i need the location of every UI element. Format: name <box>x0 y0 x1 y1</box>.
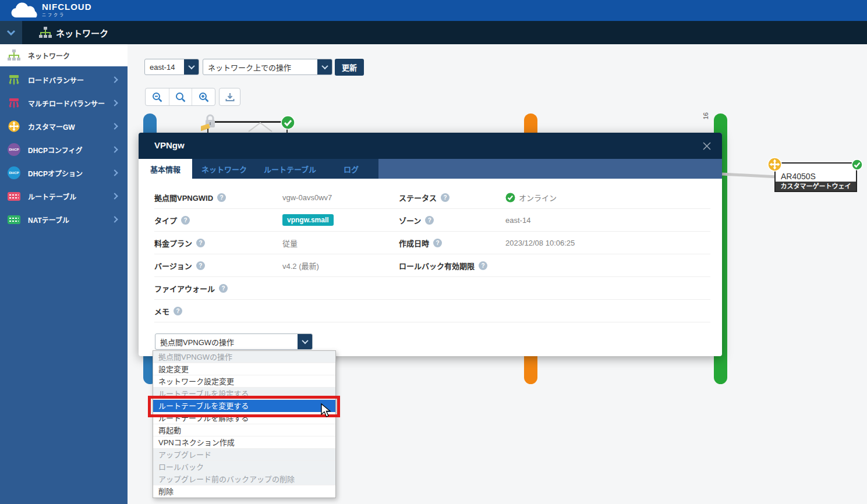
dhcp-config-icon: DHCP <box>7 143 21 157</box>
zone-value: east-14 <box>505 216 710 225</box>
sidebar-item-route-table[interactable]: ルートテーブル <box>0 184 128 208</box>
sidebar-item-dhcp-config[interactable]: DHCP DHCPコンフィグ <box>0 138 128 161</box>
zone-label: ゾーン <box>399 215 421 226</box>
vpngw-action-select[interactable]: 拠点間VPNGWの操作 <box>155 333 313 350</box>
tab-route-table[interactable]: ルートテーブル <box>256 159 324 179</box>
sidebar-item-network[interactable]: ネットワーク <box>0 44 128 66</box>
help-icon[interactable] <box>217 193 226 202</box>
top-header: NIFCLOUD ニフクラ <box>0 0 867 21</box>
menu-item-reboot[interactable]: 再起動 <box>153 424 335 436</box>
chevron-right-icon <box>111 169 118 176</box>
help-icon[interactable] <box>196 239 205 247</box>
close-button[interactable] <box>700 139 714 153</box>
lock-icon <box>201 113 221 133</box>
node-title: AR4050S <box>781 172 816 181</box>
field-row: タイプ vpngw.small ゾーン east-14 <box>154 209 710 232</box>
zoom-in-button[interactable] <box>192 88 215 105</box>
sidebar-item-label: NATテーブル <box>28 215 112 225</box>
field-label: ゾーン <box>399 215 505 226</box>
field-label: ステータス <box>399 192 505 203</box>
menu-item-change-route-table[interactable]: ルートテーブルを変更する <box>153 400 335 412</box>
nav-collapse-button[interactable] <box>0 21 22 44</box>
menu-item-create-vpn-conn[interactable]: VPNコネクション作成 <box>153 436 335 449</box>
zoom-out-button[interactable] <box>146 88 169 105</box>
chevron-right-icon <box>111 193 118 199</box>
chevron-right-icon <box>111 216 118 222</box>
zone-select-value: east-14 <box>145 59 184 74</box>
plan-value: 従量 <box>282 237 399 249</box>
tab-network[interactable]: ネットワーク <box>192 159 256 179</box>
sidebar-item-load-balancer[interactable]: ロードバランサー <box>0 68 128 91</box>
sidebar-item-label: DHCPオプション <box>28 168 112 178</box>
zoom-out-icon <box>152 92 162 102</box>
node-type-label: カスタマーゲートウェイ <box>776 182 856 191</box>
version-label: バージョン <box>154 260 192 271</box>
nat-table-icon <box>7 212 21 226</box>
brand[interactable]: NIFCLOUD ニフクラ <box>42 2 92 17</box>
menu-item-delete[interactable]: 削除 <box>153 485 335 498</box>
tab-log[interactable]: ログ <box>324 159 378 179</box>
memo-label: メモ <box>154 306 169 317</box>
help-icon[interactable] <box>174 307 182 315</box>
network-tree-icon <box>38 26 52 39</box>
menu-item-upgrade: アップグレード <box>153 449 335 461</box>
multi-load-balancer-icon <box>7 96 21 110</box>
dialog-body: 拠点間VPNGWID vgw-0avs0wv7 ステータス オンライン タイプ … <box>139 179 722 356</box>
field-label: タイプ <box>154 215 282 226</box>
version-value: v4.2 (最新) <box>282 260 399 271</box>
customer-gateway-icon <box>767 157 782 172</box>
chevron-down-icon <box>317 59 332 74</box>
help-icon[interactable] <box>441 193 450 202</box>
menu-item-network-settings[interactable]: ネットワーク設定変更 <box>153 375 335 388</box>
menu-item-set-route-table: ルートテーブルを設定する <box>153 388 335 400</box>
gateway-connection-line <box>722 172 778 178</box>
download-button[interactable] <box>219 88 240 106</box>
chevron-right-icon <box>111 123 118 129</box>
help-icon[interactable] <box>433 239 442 247</box>
brand-name: NIFCLOUD <box>42 2 92 12</box>
nifcloud-logo-icon <box>10 2 38 19</box>
mouse-cursor <box>320 403 332 418</box>
type-badge: vpngw.small <box>282 214 334 226</box>
zone-select[interactable]: east-14 <box>144 59 199 75</box>
app-window: 16 AR4050S カスタマーゲートウェイ east-14 ネットワーク上での… <box>0 0 867 504</box>
sidebar-item-label: ロードバランサー <box>28 75 112 85</box>
field-label: 料金プラン <box>154 237 282 249</box>
menu-item-change-settings[interactable]: 設定変更 <box>153 363 335 375</box>
help-icon[interactable] <box>181 216 190 225</box>
help-icon[interactable] <box>196 261 205 270</box>
help-icon[interactable] <box>479 261 487 270</box>
help-icon[interactable] <box>425 216 434 225</box>
type-label: タイプ <box>154 215 177 226</box>
status-value-wrap: オンライン <box>505 192 710 203</box>
sidebar: ネットワーク ロードバランサー マルチロードバランサー カスタマーGW <box>0 44 128 504</box>
vpngw-action-menu: 拠点間VPNGWの操作 設定変更 ネットワーク設定変更 ルートテーブルを設定する… <box>153 350 336 498</box>
created-value: 2023/12/08 10:06:25 <box>505 239 710 247</box>
dialog-title: VPNgw <box>154 140 185 150</box>
status-ok-icon <box>851 159 863 171</box>
chevron-down-icon <box>6 30 16 36</box>
sidebar-item-multi-load-balancer[interactable]: マルチロードバランサー <box>0 91 128 115</box>
dialog-header: VPNgw <box>139 133 722 159</box>
tab-basic-info[interactable]: 基本情報 <box>139 159 192 179</box>
menu-item-rollback: ロールバック <box>153 461 335 473</box>
status-ok-icon <box>281 115 295 130</box>
customer-gateway-icon <box>7 119 21 133</box>
zoom-reset-icon <box>175 92 186 102</box>
help-icon[interactable] <box>219 284 228 293</box>
customer-gateway-node[interactable]: AR4050S カスタマーゲートウェイ <box>774 162 857 192</box>
zoom-reset-button[interactable] <box>169 88 192 105</box>
menu-item-detach-route-table[interactable]: ルートテーブルを解除する <box>153 412 335 424</box>
sidebar-item-customer-gw[interactable]: カスタマーGW <box>0 115 128 138</box>
chevron-down-icon <box>184 59 199 74</box>
download-icon <box>225 93 235 102</box>
dhcp-label: DHCP <box>9 148 19 151</box>
sidebar-item-nat-table[interactable]: NATテーブル <box>0 208 128 231</box>
sidebar-item-dhcp-option[interactable]: DHCP DHCPオプション <box>0 161 128 184</box>
refresh-button[interactable]: 更新 <box>335 59 364 76</box>
field-label: バージョン <box>154 260 282 271</box>
rollback-label: ロールバック有効期限 <box>399 260 475 271</box>
field-row: バージョン v4.2 (最新) ロールバック有効期限 <box>154 254 710 277</box>
zoom-in-icon <box>199 92 209 102</box>
network-action-select[interactable]: ネットワーク上での操作 <box>203 59 332 75</box>
